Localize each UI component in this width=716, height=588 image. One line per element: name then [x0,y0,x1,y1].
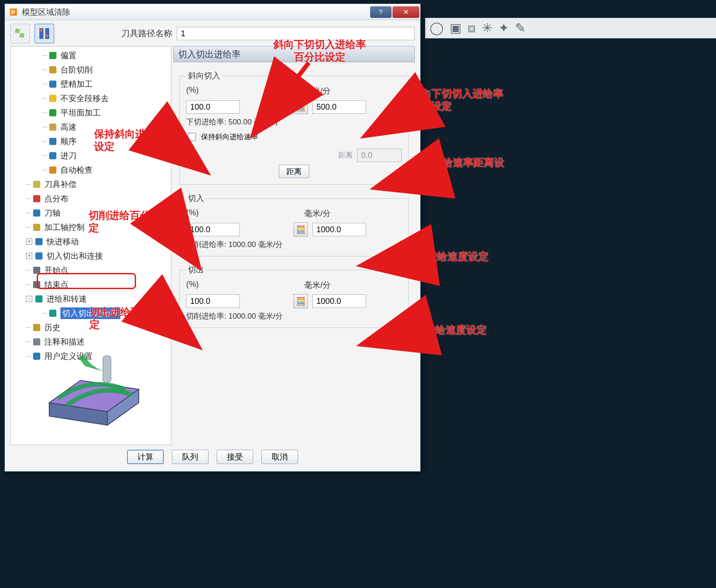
expand-toggle[interactable]: + [26,239,32,245]
tree-item-label: 高速 [60,122,77,132]
tree-item-4[interactable]: ···平坦面加工 [12,106,170,120]
cutin-pct-input[interactable] [186,223,240,236]
calculator-icon[interactable]: 🧮 [294,222,308,237]
tree-item-label: 不安全段移去 [60,93,109,104]
tree-item-2[interactable]: ···壁精加工 [12,77,170,91]
tree-item-label: 切入切出和连接 [47,251,103,261]
flat-icon [48,108,58,118]
feed-icon [34,294,44,304]
tool-icon[interactable]: ⧈ [468,22,476,34]
tree-item-15[interactable]: ···开始点 [12,263,170,277]
calculator-icon[interactable]: 🧮 [294,294,308,308]
tree-item-19[interactable]: ···历史 [12,320,170,335]
svg-rect-23 [33,267,40,274]
toolpath-name-input[interactable] [177,27,415,40]
queue-button[interactable]: 队列 [172,450,209,464]
svg-rect-12 [49,109,56,116]
titlebar[interactable]: P 模型区域清除 ? ✕ [5,4,420,20]
check-icon [48,165,58,175]
svg-rect-2 [15,28,20,34]
cancel-button[interactable]: 取消 [261,450,298,464]
tree-item-6[interactable]: ···顺序 [12,134,170,149]
leadfeed-icon [48,308,58,318]
svg-rect-13 [49,124,56,131]
tree-item-label: 刀具补偿 [44,179,77,190]
tree-item-3[interactable]: ···不安全段移去 [12,91,170,106]
svg-rect-16 [49,166,56,174]
tree-item-label: 加工轴控制 [44,222,85,233]
tool-icon[interactable]: ✳ [482,22,492,34]
group-ramp: 斜向切入 (%) 毫米/分 🧮 下切进给率: 500.00 毫米/分 [179,70,409,185]
tree-item-12[interactable]: ···加工轴控制 [12,220,170,234]
tree-item-label: 平坦面加工 [60,107,101,118]
tree-item-0[interactable]: ···偏置 [12,48,170,63]
tree-item-label: 进刀 [60,150,77,161]
tree-item-label: 台阶切削 [60,64,93,75]
group-cutin: 切入 (%) 毫米/分 🧮 切削进给率: 1000.00 毫米/分 [179,193,409,256]
svg-rect-14 [49,138,56,145]
tree-item-13[interactable]: +快进移动 [12,234,170,249]
svg-rect-10 [49,81,56,88]
group-cutout-legend: 切出 [186,264,206,275]
tree-item-16[interactable]: ···结束点 [12,277,170,292]
bit-icon [48,122,58,132]
link-icon [34,251,44,261]
green-cap-icon [48,51,58,60]
tree-item-18[interactable]: ···切入切出进给率 [12,306,170,320]
tool-icon[interactable]: ▣ [450,22,461,34]
tree-item-label: 结束点 [44,279,68,290]
ramp-pct-input[interactable] [186,100,240,114]
svg-rect-17 [33,181,40,188]
ramp-rate-input[interactable] [312,100,366,114]
group-cutin-legend: 切入 [186,193,206,204]
tree-item-label: 切入切出进给率 [60,307,120,319]
warn-icon [48,94,58,103]
cutout-pct-input[interactable] [186,294,240,308]
help-button[interactable]: ? [370,6,392,18]
cutout-rate-input[interactable] [312,294,366,308]
calculator-icon[interactable]: 🧮 [294,100,308,114]
tree-item-5[interactable]: ···高速 [12,120,170,134]
cutin-subtext: 切削进给率: 1000.00 毫米/分 [186,239,402,250]
hourglass-icon [48,136,58,146]
tool-icon[interactable]: ✎ [515,22,525,34]
tree-item-label: 点分布 [44,193,68,204]
dist-button[interactable]: 距离 [279,165,309,178]
app-icon: P [9,7,18,17]
svg-point-7 [46,34,48,37]
dialog-button-bar: 计算 队列 接受 取消 [10,445,415,468]
tree-item-11[interactable]: ···刀轴 [12,206,170,220]
cutin-rate-input[interactable] [312,223,366,236]
svg-rect-33 [103,356,111,383]
keep-ramp-checkbox[interactable] [188,133,196,141]
ramp-rate-label: 毫米/分 [285,85,402,96]
points-icon [32,194,42,204]
svg-rect-18 [33,195,40,202]
tree-item-9[interactable]: ···刀具补偿 [12,177,170,192]
tree-item-17[interactable]: -进给和转速 [12,292,170,306]
tree-item-7[interactable]: ···进刀 [12,149,170,163]
tree-item-1[interactable]: ···台阶切削 [12,63,170,77]
end-icon [32,280,42,290]
expand-toggle[interactable]: - [26,296,32,302]
tree-item-14[interactable]: +切入切出和连接 [12,249,170,263]
calc-button[interactable]: 计算 [127,450,164,464]
accept-button[interactable]: 接受 [217,450,253,464]
tree-item-8[interactable]: ···自动检查 [12,163,170,177]
cutout-subtext: 切削进给率: 1000.00 毫米/分 [186,311,402,321]
tool-icon[interactable]: ✦ [499,22,509,34]
expand-toggle[interactable]: + [26,253,32,259]
tool-icon[interactable]: ◯ [430,22,443,34]
svg-rect-20 [33,224,40,231]
tree-item-label: 历史 [44,322,60,333]
strategy-icon-1[interactable] [10,24,30,43]
svg-rect-21 [35,238,43,245]
close-button[interactable]: ✕ [392,6,419,18]
strategy-icon-2[interactable] [34,24,54,43]
tree-item-10[interactable]: ···点分布 [12,192,170,206]
svg-rect-22 [35,252,43,260]
tree-item-label: 自动检查 [60,165,93,175]
cutout-pct-label: (%) [186,280,285,290]
tree-item-label: 进给和转速 [47,294,87,304]
dist-label: 距离 [338,151,353,160]
